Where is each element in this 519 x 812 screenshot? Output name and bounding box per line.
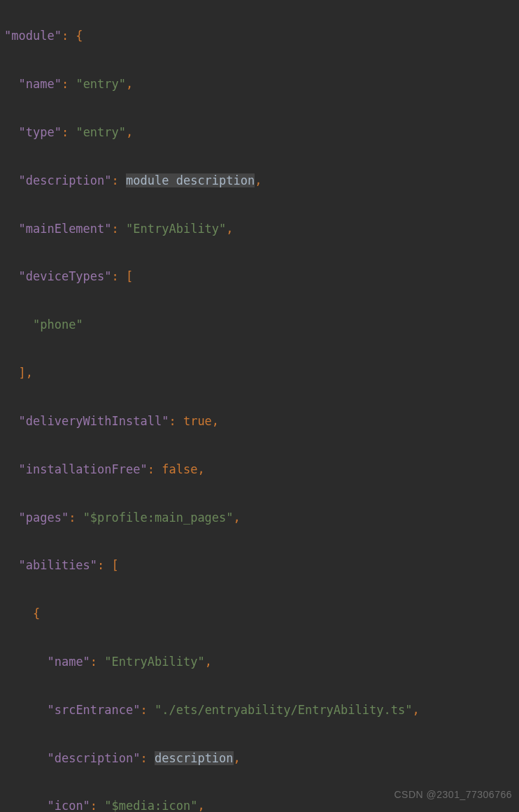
- code-line: "installationFree": false,: [4, 457, 515, 481]
- key-pages: "pages": [18, 511, 69, 525]
- code-line: "deviceTypes": [: [4, 264, 515, 288]
- code-line: "description": description,: [4, 746, 515, 770]
- key-description: "description": [18, 173, 111, 187]
- code-line: "module": {: [4, 24, 515, 48]
- key-mainElement: "mainElement": [18, 222, 111, 236]
- val-ab-description: description: [155, 751, 234, 765]
- key-ab-name: "name": [47, 655, 90, 669]
- key-ab-srcEntrance: "srcEntrance": [47, 703, 140, 717]
- code-line: "srcEntrance": "./ets/entryability/Entry…: [4, 698, 515, 722]
- code-line: "mainElement": "EntryAbility",: [4, 217, 515, 241]
- val-ab-srcEntrance: "./ets/entryability/EntryAbility.ts": [155, 703, 412, 717]
- key-deliveryWithInstall: "deliveryWithInstall": [18, 414, 169, 428]
- key-abilities: "abilities": [18, 558, 97, 572]
- key-deviceTypes: "deviceTypes": [18, 269, 111, 283]
- key-type: "type": [18, 125, 61, 139]
- key-module: "module": [4, 29, 62, 43]
- val-deliveryWithInstall: true: [183, 414, 212, 428]
- code-line: "pages": "$profile:main_pages",: [4, 506, 515, 529]
- val-installationFree: false: [162, 462, 197, 476]
- code-editor[interactable]: "module": { "name": "entry", "type": "en…: [0, 0, 519, 812]
- code-line: "name": "EntryAbility",: [4, 650, 515, 674]
- code-line: "phone": [4, 313, 515, 336]
- key-name: "name": [18, 77, 61, 91]
- code-line: ],: [4, 361, 515, 385]
- val-ab-icon: "$media:icon": [104, 799, 197, 812]
- code-line: "name": "entry",: [4, 72, 515, 96]
- code-line: "description": module description,: [4, 169, 515, 192]
- code-line: "abilities": [: [4, 553, 515, 577]
- code-line: {: [4, 601, 515, 625]
- val-deviceTypes-0: "phone": [33, 318, 83, 332]
- val-mainElement: "EntryAbility": [126, 222, 226, 236]
- val-type: "entry": [76, 125, 126, 139]
- watermark: CSDN @2301_77306766: [394, 783, 513, 806]
- val-pages: "$profile:main_pages": [83, 511, 234, 525]
- val-ab-name: "EntryAbility": [104, 655, 204, 669]
- key-ab-icon: "icon": [47, 799, 90, 812]
- key-ab-description: "description": [47, 751, 140, 765]
- val-description: module description: [126, 173, 255, 187]
- code-line: "deliveryWithInstall": true,: [4, 409, 515, 433]
- key-installationFree: "installationFree": [18, 462, 147, 476]
- code-line: "type": "entry",: [4, 120, 515, 144]
- val-name: "entry": [76, 77, 126, 91]
